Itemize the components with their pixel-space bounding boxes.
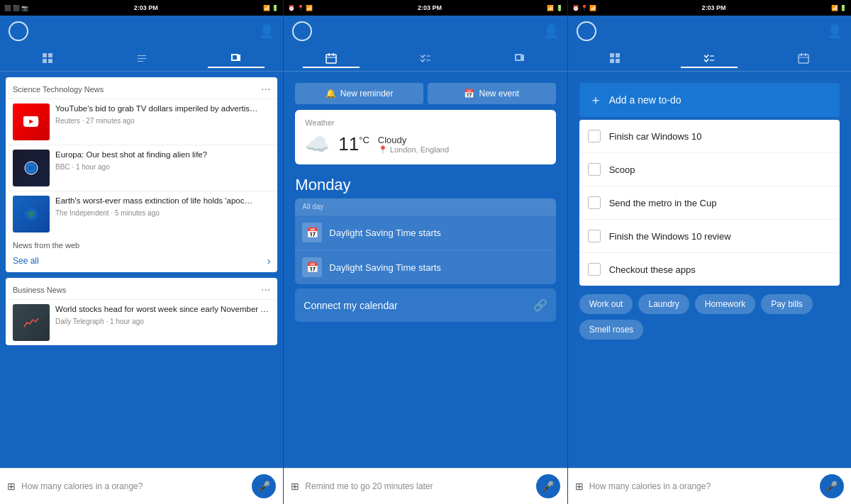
- news-from-web: News from the web: [6, 237, 277, 251]
- action-buttons: 🔔 New reminder 📅 New event: [289, 77, 561, 110]
- news-item-youtube[interactable]: YouTube's bid to grab TV dollars imperil…: [6, 99, 277, 145]
- news-item-earth[interactable]: Earth's worst-ever mass extinction of li…: [6, 191, 277, 237]
- connect-calendar-btn[interactable]: Connect my calendar 🔗: [295, 289, 555, 322]
- weather-temp-container: 11°C: [338, 133, 369, 155]
- todo-item-4[interactable]: Checkout these apps: [579, 253, 840, 286]
- todo-item-1[interactable]: Scoop: [579, 153, 840, 186]
- europa-news-text: Europa: Our best shot at finding alien l…: [55, 150, 270, 171]
- weather-label: Weather: [305, 118, 545, 127]
- profile-icon-3[interactable]: 👤: [827, 23, 842, 39]
- tab-news-1[interactable]: [189, 50, 283, 68]
- signal-icons-3: 📶 🔋: [831, 5, 847, 11]
- europa-headline: Europa: Our best shot at finding alien l…: [55, 150, 270, 161]
- grid-icon-3[interactable]: ⊞: [575, 481, 584, 492]
- weather-temp: 11°C: [338, 133, 369, 155]
- grid-icon-2[interactable]: ⊞: [291, 481, 299, 492]
- cal-event-1[interactable]: 📅 Daylight Saving Time starts: [295, 215, 555, 250]
- profile-icon-2[interactable]: 👤: [543, 23, 559, 39]
- topbar-3: 👤: [568, 16, 851, 47]
- topbar-2: 👤: [284, 16, 567, 47]
- tab-news-2[interactable]: [473, 50, 567, 68]
- weather-card: Weather ☁️ 11°C Cloudy 📍 London, England: [295, 110, 555, 164]
- weather-info: Cloudy 📍 London, England: [378, 135, 546, 155]
- status-icons-right-2: 📶 🔋: [547, 5, 562, 11]
- search-text-2[interactable]: Remind me to go 20 minutes later: [305, 481, 530, 491]
- europa-thumbnail: [13, 150, 50, 186]
- news-item-europa[interactable]: Europa: Our best shot at finding alien l…: [6, 145, 277, 191]
- add-todo-btn[interactable]: ＋ Add a new to-do: [579, 83, 840, 117]
- new-event-btn[interactable]: 📅 New event: [428, 83, 556, 104]
- science-more-btn[interactable]: ···: [261, 83, 270, 96]
- todo-text-2: Send the metro in the Cup: [609, 198, 717, 208]
- panel-news: 👤 Science Technology News ···: [0, 16, 284, 504]
- chip-homework[interactable]: Homework: [695, 294, 755, 314]
- status-time-2: 2:03 PM: [418, 4, 442, 11]
- tab-tasks-1[interactable]: [94, 50, 189, 68]
- svg-rect-14: [616, 53, 620, 57]
- todo-list: Finish car Windows 10 Scoop Send the met…: [579, 120, 840, 286]
- panel-calendar: 👤 🔔 New reminder 📅 New event: [284, 16, 567, 504]
- status-icons-left-3: ⏰ 📍 📶: [572, 5, 596, 11]
- tab-tasks-3[interactable]: [662, 50, 757, 68]
- status-icons-right-1: 📶 🔋: [263, 5, 279, 11]
- bottom-bar-2: ⊞ Remind me to go 20 minutes later 🎤: [284, 468, 567, 504]
- mic-btn-2[interactable]: 🎤: [536, 474, 560, 498]
- panels-row: 👤 Science Technology News ···: [0, 16, 851, 504]
- all-day-label: All day: [295, 198, 555, 215]
- weather-unit: °C: [359, 135, 369, 145]
- todo-checkbox-3[interactable]: [588, 230, 601, 242]
- mic-btn-3[interactable]: 🎤: [820, 474, 844, 498]
- app-icons-2: ⏰ 📍 📶: [288, 5, 312, 11]
- status-icons-left-2: ⏰ 📍 📶: [288, 5, 312, 11]
- svg-rect-3: [48, 59, 52, 63]
- grid-icon-1[interactable]: ⊞: [7, 481, 16, 492]
- day-label: Monday: [289, 170, 561, 198]
- weather-location: 📍 London, England: [378, 145, 546, 155]
- todo-checkbox-0[interactable]: [588, 130, 601, 142]
- tab-tasks-2[interactable]: [378, 50, 472, 68]
- svg-point-4: [25, 162, 38, 174]
- search-text-1[interactable]: How many calories in a orange?: [21, 481, 246, 491]
- europa-meta: BBC · 1 hour ago: [55, 163, 270, 171]
- youtube-thumbnail: [13, 103, 50, 140]
- add-todo-text: Add a new to-do: [609, 94, 682, 106]
- chip-smelroses[interactable]: Smell roses: [579, 320, 644, 340]
- suggestion-chips: Work out Laundry Homework Pay bills Smel…: [574, 291, 845, 345]
- status-panel-3: ⏰ 📍 📶 2:03 PM 📶 🔋: [568, 0, 851, 16]
- todo-item-2[interactable]: Send the metro in the Cup: [579, 186, 840, 220]
- tab-browser-3[interactable]: [568, 50, 662, 68]
- panel-todo: 👤 ＋ Add a new to-do Finish car Windows 1…: [568, 16, 851, 504]
- tab-calendar-3[interactable]: [757, 50, 851, 68]
- business-news-card: Business News ··· World stocks head for …: [6, 278, 277, 345]
- profile-icon-1[interactable]: 👤: [259, 23, 274, 39]
- cortana-logo-1[interactable]: [9, 21, 28, 41]
- mic-btn-1[interactable]: 🎤: [252, 474, 276, 498]
- chip-workout[interactable]: Work out: [579, 294, 633, 314]
- see-all-row[interactable]: See all ›: [6, 251, 277, 272]
- news-content: Science Technology News ··· YouTube's bi…: [0, 72, 283, 468]
- cal-event-2[interactable]: 📅 Daylight Saving Time starts: [295, 250, 555, 284]
- status-time-1: 2:03 PM: [134, 4, 158, 11]
- status-icons-left-1: ⬛ ⬛ 📷: [4, 5, 28, 11]
- cortana-logo-2[interactable]: [292, 21, 312, 41]
- business-more-btn[interactable]: ···: [261, 284, 270, 296]
- todo-item-0[interactable]: Finish car Windows 10: [579, 120, 840, 153]
- see-all-arrow-icon: ›: [267, 255, 271, 267]
- todo-checkbox-2[interactable]: [588, 196, 601, 209]
- status-time-3: 2:03 PM: [701, 4, 725, 11]
- science-news-card: Science Technology News ··· YouTube's bi…: [6, 77, 277, 272]
- tab-browser-1[interactable]: [0, 50, 94, 68]
- app-icons-3: ⏰ 📍 📶: [572, 5, 596, 11]
- cortana-logo-3[interactable]: [577, 21, 596, 41]
- calendar-events-card: All day 📅 Daylight Saving Time starts 📅 …: [295, 198, 555, 284]
- chip-laundry[interactable]: Laundry: [638, 294, 689, 314]
- tab-calendar-2[interactable]: [284, 50, 378, 68]
- cal-event-icon-2: 📅: [302, 257, 322, 277]
- todo-item-3[interactable]: Finish the Windows 10 review: [579, 220, 840, 253]
- todo-checkbox-4[interactable]: [588, 263, 601, 276]
- chip-paybills[interactable]: Pay bills: [761, 294, 813, 314]
- new-reminder-btn[interactable]: 🔔 New reminder: [295, 83, 423, 104]
- search-text-3[interactable]: How many calories in a orange?: [589, 481, 814, 491]
- news-item-stocks[interactable]: World stocks head for worst week since e…: [6, 299, 277, 345]
- todo-checkbox-1[interactable]: [588, 163, 601, 176]
